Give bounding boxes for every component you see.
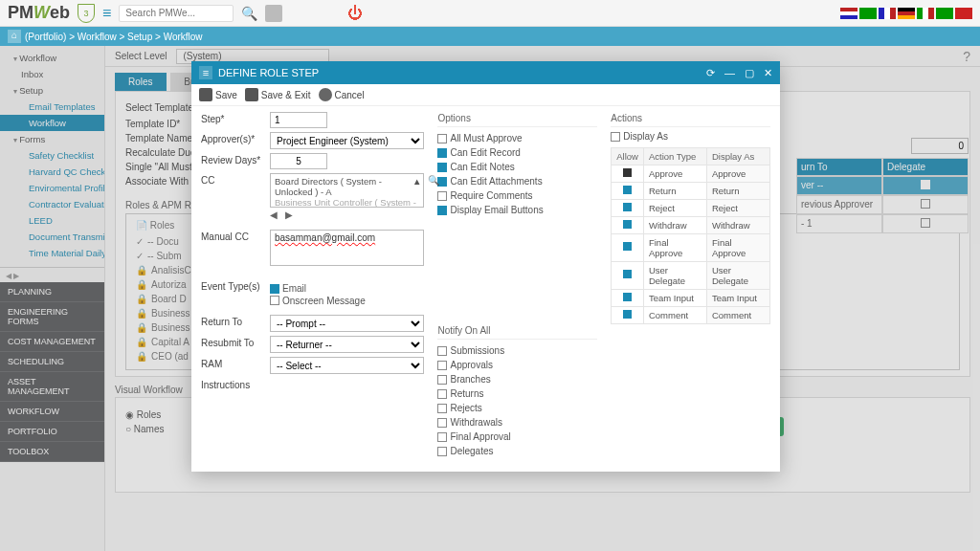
delegate-checkbox[interactable] <box>882 214 969 233</box>
flag-fr[interactable] <box>879 8 896 19</box>
sidebar-section[interactable]: SCHEDULING <box>0 352 104 372</box>
flag-cn[interactable] <box>955 8 972 19</box>
allow-checkbox[interactable] <box>612 165 644 182</box>
onscreen-checkbox[interactable]: Onscreen Message <box>270 296 366 306</box>
option-checkbox[interactable]: Display Email Buttons <box>437 203 597 217</box>
approver-select[interactable]: Project Engineer (System) <box>270 132 424 149</box>
breadcrumb-item[interactable]: Workflow <box>164 32 203 42</box>
display-as-cell[interactable]: Return <box>706 182 769 199</box>
delegate-checkbox[interactable] <box>882 176 969 195</box>
close-icon[interactable]: ✕ <box>764 67 772 79</box>
option-checkbox[interactable]: Can Edit Notes <box>437 160 597 174</box>
nav-item[interactable]: Harvard QC Checklist <box>0 164 104 180</box>
right-row-cell: ver -- <box>796 176 882 195</box>
notify-checkbox[interactable]: Delegates <box>437 444 597 458</box>
sidebar-section[interactable]: ENGINEERING FORMS <box>0 302 104 332</box>
display-as-checkbox[interactable]: Display As <box>611 131 668 142</box>
th-display: Display As <box>706 147 769 165</box>
display-as-cell[interactable]: Approve <box>706 165 769 182</box>
breadcrumb-item[interactable]: Setup <box>127 32 152 42</box>
power-icon[interactable]: ⏻ <box>347 5 363 22</box>
sidebar-section[interactable]: TOOLBOX <box>0 442 104 462</box>
save-exit-button[interactable]: Save & Exit <box>245 88 311 101</box>
allow-checkbox[interactable] <box>612 233 644 261</box>
maximize-icon[interactable]: ▢ <box>745 67 754 79</box>
breadcrumb-item[interactable]: Workflow <box>78 32 117 42</box>
nav-item[interactable]: Workflow <box>0 50 104 66</box>
display-as-cell[interactable]: User Delegate <box>706 261 769 289</box>
nav-item[interactable]: Enviromental Profile <box>0 180 104 196</box>
sidebar-section[interactable]: PLANNING <box>0 282 104 302</box>
notify-checkbox[interactable]: Approvals <box>437 358 597 372</box>
cc-prev-icon[interactable]: ◀ <box>270 209 278 220</box>
notifications-shield[interactable]: 3 <box>78 4 95 23</box>
save-button[interactable]: Save <box>199 88 237 101</box>
email-checkbox[interactable]: Email <box>270 283 306 294</box>
action-row: WithdrawWithdraw <box>612 216 770 233</box>
nav-item[interactable]: Inbox <box>0 66 104 82</box>
display-as-cell[interactable]: Comment <box>706 306 769 323</box>
notify-checkbox[interactable]: Withdrawals <box>437 415 597 430</box>
display-as-cell[interactable]: Team Input <box>706 289 769 306</box>
nav-item[interactable]: Time Material Daily Lo <box>0 245 104 261</box>
nav-item[interactable]: Setup <box>0 82 104 99</box>
manual-cc-textarea[interactable]: basamman@gmail.com <box>270 230 424 266</box>
home-icon[interactable]: ⌂ <box>8 30 21 43</box>
menu-icon[interactable]: ≡ <box>102 5 111 22</box>
sidebar-section[interactable]: ASSET MANAGEMENT <box>0 372 104 402</box>
cancel-button[interactable]: Cancel <box>319 88 365 101</box>
tab-roles[interactable]: Roles <box>115 73 167 91</box>
option-checkbox[interactable]: All Must Approve <box>437 131 597 145</box>
nav-item[interactable]: Workflow <box>0 115 104 131</box>
allow-checkbox[interactable] <box>612 216 644 233</box>
nav-item[interactable]: Document Transmittal <box>0 229 104 245</box>
search-icon[interactable]: 🔍 <box>241 6 257 21</box>
display-as-cell[interactable]: Final Approve <box>706 233 769 261</box>
nav-item[interactable]: Forms <box>0 131 104 147</box>
notify-checkbox[interactable]: Rejects <box>437 401 597 415</box>
allow-checkbox[interactable] <box>612 182 644 199</box>
display-as-cell[interactable]: Reject <box>706 199 769 216</box>
calendar-icon[interactable] <box>265 5 282 22</box>
allow-checkbox[interactable] <box>612 261 644 289</box>
return-to-select[interactable]: -- Prompt -- <box>270 315 424 332</box>
flag-de[interactable] <box>898 8 915 19</box>
resubmit-to-select[interactable]: -- Returner -- <box>270 336 424 353</box>
nav-item[interactable]: Safety Checklist <box>0 147 104 164</box>
notify-checkbox[interactable]: Final Approval <box>437 430 597 444</box>
flag-it[interactable] <box>917 8 934 19</box>
ram-select[interactable]: -- Select -- <box>270 357 424 374</box>
flag-ae[interactable] <box>936 8 953 19</box>
nav-item[interactable]: Contractor Evaluation <box>0 196 104 212</box>
flag-br[interactable] <box>859 8 877 19</box>
search-input[interactable] <box>119 5 234 22</box>
sidebar-section[interactable]: COST MANAGEMENT <box>0 332 104 352</box>
delegate-checkbox[interactable] <box>882 195 969 214</box>
sidebar-section[interactable]: PORTFOLIO <box>0 422 104 442</box>
notify-checkbox[interactable]: Branches <box>437 372 597 386</box>
minimize-icon[interactable]: — <box>724 67 735 79</box>
right-count-input[interactable] <box>911 138 969 154</box>
step-input[interactable] <box>270 112 327 128</box>
review-days-input[interactable] <box>270 153 327 169</box>
cc-next-icon[interactable]: ▶ <box>285 209 293 220</box>
nav-item[interactable]: Email Templates <box>0 99 104 115</box>
refresh-icon[interactable]: ⟳ <box>706 67 715 79</box>
allow-checkbox[interactable] <box>612 306 644 323</box>
select-level-label: Select Level <box>115 51 167 61</box>
cc-listbox[interactable]: Board Directors ( System - Unlocked ) - … <box>270 173 424 208</box>
cc-search-icon[interactable]: 🔍 <box>428 175 439 186</box>
help-icon[interactable]: ? <box>963 49 970 64</box>
sidebar-section[interactable]: WORKFLOW <box>0 402 104 422</box>
notify-checkbox[interactable]: Submissions <box>437 343 597 358</box>
allow-checkbox[interactable] <box>612 289 644 306</box>
allow-checkbox[interactable] <box>612 199 644 216</box>
flag-us[interactable] <box>840 8 858 19</box>
display-as-cell[interactable]: Withdraw <box>706 216 769 233</box>
option-checkbox[interactable]: Require Comments <box>437 188 597 203</box>
notify-checkbox[interactable]: Returns <box>437 386 597 401</box>
breadcrumb-item[interactable]: (Portfolio) <box>25 32 66 42</box>
option-checkbox[interactable]: Can Edit Record <box>437 145 597 160</box>
option-checkbox[interactable]: Can Edit Attachments <box>437 174 597 188</box>
nav-item[interactable]: LEED <box>0 212 104 229</box>
